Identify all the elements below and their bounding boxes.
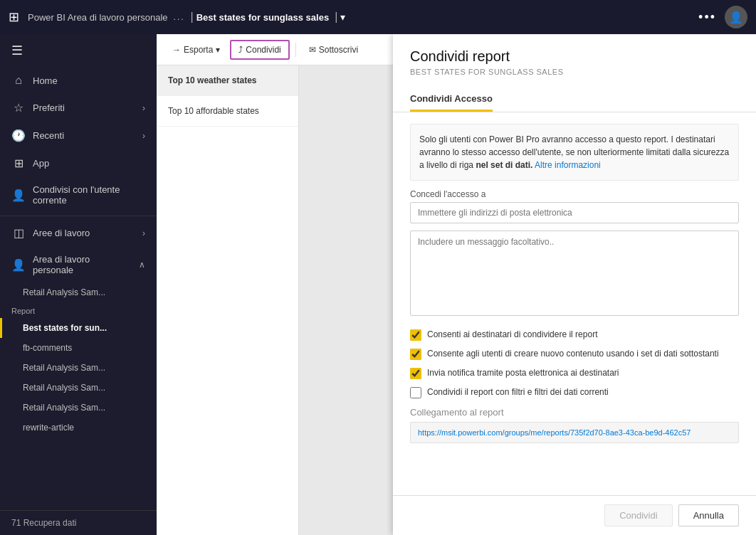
panel-subtitle: BEST STATES FOR SUNGLASS SALES (410, 68, 739, 76)
sidebar-divider (0, 216, 157, 216)
sidebar-aree-label: Aree di lavoro (33, 228, 135, 238)
link-url-display: https://msit.powerbi.com/groups/me/repor… (410, 422, 739, 443)
aree-chevron-icon: › (142, 228, 145, 238)
sottoscrivi-button[interactable]: ✉ Sottoscrivi (302, 41, 365, 58)
condividi-submit-button[interactable]: Condividi (604, 504, 672, 526)
page-item-affordable[interactable]: Top 10 affordable states (157, 96, 298, 127)
shared-icon: 👤 (11, 189, 26, 202)
home-icon: ⌂ (11, 74, 26, 87)
topbar-more-icon[interactable]: ••• (698, 10, 716, 25)
checkbox-crea-contenuto[interactable] (410, 349, 421, 360)
panel-title: Condividi report (410, 48, 739, 65)
annulla-button[interactable]: Annulla (678, 504, 739, 526)
checkbox-label-1: Consenti ai destinatari di condividere i… (427, 329, 597, 341)
sidebar-retail-3[interactable]: Retail Analysis Sam... (0, 378, 157, 398)
checkbox-label-3: Invia notifica tramite posta elettronica… (427, 367, 619, 379)
toolbar-separator (295, 43, 296, 57)
sidebar-recenti-label: Recenti (33, 130, 135, 141)
user-avatar[interactable]: 👤 (725, 6, 747, 28)
preferiti-chevron-icon: › (142, 103, 145, 113)
sidebar-item-area-personale[interactable]: 👤 Area di lavoro personale ∧ (0, 247, 157, 282)
area-personale-chevron-icon: ∧ (139, 260, 145, 270)
workspace-label: Power BI Area di lavoro personale (28, 12, 168, 23)
checkbox-row-4: Condividi il report con filtri e filtri … (410, 386, 739, 398)
share-panel: Condividi report BEST STATES FOR SUNGLAS… (393, 34, 756, 535)
panel-header: Condividi report BEST STATES FOR SUNGLAS… (393, 34, 756, 82)
main-wrapper: ☰ ⌂ Home ☆ Preferiti › 🕐 Recenti › ⊞ App… (0, 34, 756, 535)
grant-access-label: Concedi l'accesso a (410, 189, 739, 199)
topbar: ⊞ Power BI Area di lavoro personale ... … (0, 0, 756, 34)
sidebar-item-preferiti[interactable]: ☆ Preferiti › (0, 94, 157, 122)
sidebar-home-label: Home (33, 75, 145, 86)
sidebar-item-recenti[interactable]: 🕐 Recenti › (0, 122, 157, 149)
checkbox-row-2: Consente agli utenti di creare nuovo con… (410, 348, 739, 360)
sidebar-retail-2[interactable]: Retail Analysis Sam... (0, 358, 157, 378)
topbar-separator2: | (335, 11, 337, 23)
sidebar-condivisi-label: Condivisi con l'utente corrente (33, 184, 145, 206)
sidebar: ☰ ⌂ Home ☆ Preferiti › 🕐 Recenti › ⊞ App… (0, 34, 157, 535)
sidebar-footer: 71 Recupera dati (0, 510, 157, 535)
report-chevron[interactable]: ▾ (340, 11, 345, 23)
sidebar-app-label: App (33, 158, 145, 169)
sidebar-item-aree[interactable]: ◫ Aree di lavoro › (0, 219, 157, 247)
condividi-label: Condividi (246, 45, 280, 55)
topbar-ellipsis: ... (174, 12, 185, 22)
link-section-label: Collegamento al report (410, 407, 739, 418)
report-name: Best states for sunglass sales (196, 12, 329, 23)
esporta-label: Esporta (184, 45, 213, 55)
star-icon: ☆ (11, 101, 26, 115)
page-item-weather[interactable]: Top 10 weather states (157, 65, 298, 96)
checkbox-filtri[interactable] (410, 387, 421, 398)
apps-icon[interactable]: ⊞ (9, 9, 19, 25)
checkbox-notifica[interactable] (410, 368, 421, 379)
checkbox-row-3: Invia notifica tramite posta elettronica… (410, 367, 739, 379)
checkbox-label-2: Consente agli utenti di creare nuovo con… (427, 348, 719, 360)
tab-condividi-accesso[interactable]: Condividi Accesso (410, 88, 493, 112)
checkbox-row-1: Consenti ai destinatari di condividere i… (410, 329, 739, 341)
panel-body: Solo gli utenti con Power BI Pro avranno… (393, 112, 756, 495)
altre-informazioni-link[interactable]: Altre informazioni (535, 160, 601, 170)
esporta-button[interactable]: → Esporta ▾ (165, 41, 227, 58)
recenti-chevron-icon: › (142, 131, 145, 141)
message-textarea[interactable] (410, 231, 739, 316)
sidebar-preferiti-label: Preferiti (33, 102, 135, 113)
esporta-icon: → (172, 45, 181, 55)
email-input[interactable] (410, 202, 739, 223)
clock-icon: 🕐 (11, 129, 26, 142)
sidebar-toggle[interactable]: ☰ (0, 34, 157, 67)
info-text-box: Solo gli utenti con Power BI Pro avranno… (410, 124, 739, 181)
sidebar-item-home[interactable]: ⌂ Home (0, 67, 157, 94)
sidebar-retail-4[interactable]: Retail Analysis Sam... (0, 398, 157, 418)
checkbox-condividi-report[interactable] (410, 329, 421, 341)
pages-panel: Top 10 weather states Top 10 affordable … (157, 65, 299, 535)
sidebar-rewrite-article[interactable]: rewrite-article (0, 418, 157, 438)
panel-footer: Condividi Annulla (393, 495, 756, 535)
esporta-chevron-icon: ▾ (216, 45, 220, 55)
condividi-button[interactable]: ⤴ Condividi (230, 40, 289, 60)
workspace-icon: ◫ (11, 226, 26, 240)
condividi-icon: ⤴ (238, 45, 243, 55)
sidebar-fb-comments[interactable]: fb-comments (0, 338, 157, 358)
checkbox-label-4: Condividi il report con filtri e filtri … (427, 386, 609, 398)
sidebar-item-condivisi[interactable]: 👤 Condivisi con l'utente corrente (0, 177, 157, 213)
sottoscrivi-icon: ✉ (309, 45, 316, 55)
panel-tabs: Condividi Accesso (393, 88, 756, 112)
sidebar-area-personale-label: Area di lavoro personale (33, 254, 132, 275)
info-text-bold: nel set di dati. (476, 160, 532, 170)
sottoscrivi-label: Sottoscrivi (319, 45, 358, 55)
content-area: → Esporta ▾ ⤴ Condividi ✉ Sottoscrivi To… (157, 34, 756, 535)
sidebar-item-app[interactable]: ⊞ App (0, 149, 157, 177)
sidebar-best-states[interactable]: Best states for sun... (0, 318, 157, 338)
topbar-separator: | (191, 11, 194, 23)
app-icon: ⊞ (11, 157, 26, 170)
personal-workspace-icon: 👤 (11, 258, 26, 272)
sidebar-retail-analysis-1[interactable]: Retail Analysis Sam... (0, 282, 157, 302)
sidebar-report-section: Report (0, 302, 157, 318)
